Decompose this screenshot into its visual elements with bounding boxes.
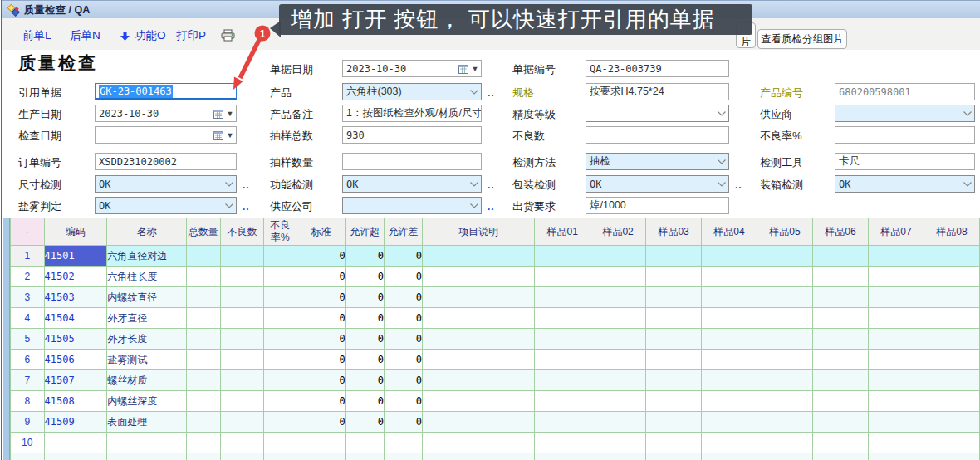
date-dropdown-arrow-icon[interactable]: ▼ [224, 105, 236, 121]
sample-04-cell[interactable] [702, 308, 757, 329]
defect-rate-cell[interactable] [264, 370, 296, 391]
sample-01-cell[interactable] [535, 370, 590, 391]
item-description-cell[interactable] [423, 350, 535, 370]
sample-03-cell[interactable] [646, 267, 702, 287]
sample-01-cell[interactable] [535, 329, 590, 350]
sample-02-cell[interactable] [590, 246, 646, 267]
item-description-cell[interactable] [423, 412, 535, 433]
sample-07-cell[interactable] [868, 246, 924, 267]
sample-qty-input[interactable] [342, 153, 482, 170]
name-cell[interactable]: 内螺丝深度 [107, 391, 187, 412]
defect-count-cell[interactable] [220, 391, 264, 412]
row-number-cell[interactable]: 6 [11, 350, 45, 370]
sample-01-cell[interactable] [535, 350, 590, 370]
sample-04-cell[interactable] [702, 267, 757, 287]
supply-company-more-button[interactable]: .. [488, 201, 495, 213]
row-number-cell[interactable]: 3 [11, 287, 45, 308]
print-button[interactable]: 打印P [176, 28, 206, 43]
total-qty-cell[interactable] [187, 267, 220, 287]
sample-05-cell[interactable] [757, 267, 813, 287]
defect-rate-cell[interactable] [264, 433, 296, 453]
sample-01-cell[interactable] [535, 246, 590, 267]
standard-cell[interactable]: 0 [296, 370, 345, 391]
sample-07-cell[interactable] [868, 453, 924, 460]
sample-04-cell[interactable] [702, 246, 757, 267]
sample-08-cell[interactable] [924, 308, 979, 329]
function-menu-button[interactable]: 功能O [135, 28, 166, 43]
total-qty-cell[interactable] [187, 308, 220, 329]
allow-over-cell[interactable]: 0 [345, 267, 384, 287]
allow-diff-cell[interactable]: 0 [384, 370, 422, 391]
function-test-more-button[interactable]: .. [488, 179, 495, 191]
sample-08-cell[interactable] [924, 453, 979, 460]
product-more-button[interactable]: .. [488, 87, 495, 99]
row-number-cell[interactable]: 10 [11, 433, 45, 453]
allow-diff-cell[interactable]: 0 [384, 329, 422, 350]
defect-rate-cell[interactable] [264, 391, 296, 412]
code-cell[interactable] [44, 433, 107, 453]
total-qty-cell[interactable] [187, 246, 220, 267]
sample-03-cell[interactable] [646, 433, 702, 453]
defect-count-cell[interactable] [220, 453, 264, 460]
defect-rate-cell[interactable] [264, 246, 296, 267]
sample-05-cell[interactable] [757, 453, 813, 460]
sample-03-cell[interactable] [646, 246, 702, 267]
view-inspection-group-images-button[interactable]: 查看质检分组图片 [757, 29, 847, 49]
defect-rate-cell[interactable] [264, 350, 296, 370]
chevron-down-icon[interactable] [961, 176, 974, 192]
total-qty-cell[interactable] [187, 412, 220, 433]
defect-rate-cell[interactable] [264, 287, 296, 308]
defect-rate-input[interactable] [835, 126, 975, 144]
defect-count-cell[interactable] [220, 350, 264, 370]
row-number-cell[interactable]: 9 [11, 412, 45, 433]
salt-spray-select[interactable]: OK [95, 197, 237, 214]
defect-count-cell[interactable] [220, 308, 264, 329]
sample-04-cell[interactable] [702, 287, 757, 308]
allow-over-cell[interactable]: 0 [345, 412, 384, 433]
allow-diff-cell[interactable]: 0 [384, 350, 422, 370]
sample-05-cell[interactable] [757, 370, 813, 391]
chevron-down-icon[interactable] [468, 84, 481, 100]
sample-01-cell[interactable] [535, 391, 590, 412]
printer-icon[interactable] [220, 29, 236, 45]
calendar-icon[interactable] [457, 61, 469, 76]
name-cell[interactable] [107, 453, 187, 460]
allow-over-cell[interactable]: 0 [345, 350, 384, 370]
next-doc-button[interactable]: 后单N [70, 28, 100, 43]
calendar-icon[interactable] [212, 105, 224, 121]
sample-04-cell[interactable] [702, 453, 757, 460]
total-qty-cell[interactable] [187, 433, 220, 453]
row-number-cell[interactable]: 7 [11, 370, 45, 391]
defect-count-cell[interactable] [220, 412, 264, 433]
allow-diff-cell[interactable] [384, 453, 422, 460]
defect-count-cell[interactable] [220, 267, 264, 287]
sample-01-cell[interactable] [535, 267, 590, 287]
sample-total-input[interactable]: 930 [342, 126, 482, 144]
row-number-cell[interactable]: 1 [11, 246, 45, 267]
allow-diff-cell[interactable]: 0 [384, 308, 422, 329]
sample-06-cell[interactable] [813, 433, 869, 453]
sample-06-cell[interactable] [813, 412, 869, 433]
product-note-input[interactable]: 1：按图纸检查外观/材质/尺寸/ [342, 105, 482, 122]
code-cell[interactable] [44, 453, 107, 460]
check-date-date-input[interactable]: ▼ [95, 126, 237, 144]
supplier-select[interactable] [835, 105, 975, 122]
sample-05-cell[interactable] [757, 287, 813, 308]
row-number-cell[interactable]: 5 [11, 329, 45, 350]
defect-rate-cell[interactable] [264, 412, 296, 433]
sample-04-cell[interactable] [702, 329, 757, 350]
sample-08-cell[interactable] [924, 287, 979, 308]
sample-06-cell[interactable] [813, 267, 869, 287]
doc-no-input[interactable]: QA-23-003739 [586, 60, 729, 77]
allow-over-cell[interactable] [345, 433, 384, 453]
allow-over-cell[interactable]: 0 [345, 246, 384, 267]
standard-cell[interactable]: 0 [296, 391, 345, 412]
name-cell[interactable]: 六角直径对边 [107, 246, 187, 267]
standard-cell[interactable]: 0 [296, 329, 345, 350]
allow-over-cell[interactable]: 0 [345, 287, 384, 308]
sample-05-cell[interactable] [757, 246, 813, 267]
defect-count-cell[interactable] [220, 370, 264, 391]
sample-07-cell[interactable] [868, 350, 924, 370]
item-description-cell[interactable] [423, 308, 535, 329]
sample-07-cell[interactable] [868, 287, 924, 308]
